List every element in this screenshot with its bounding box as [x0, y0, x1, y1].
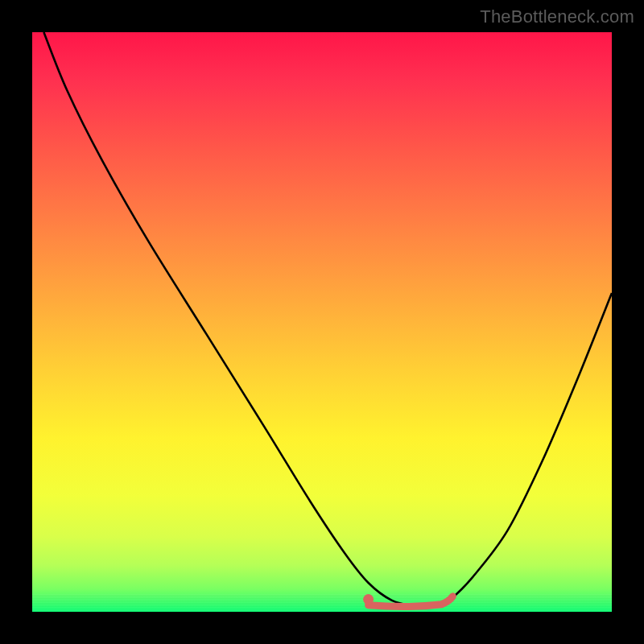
- watermark-text: TheBottleneck.com: [480, 6, 634, 27]
- plot-area: [32, 32, 612, 612]
- optimal-range-highlight: [369, 597, 453, 607]
- curve-svg: [32, 32, 612, 612]
- chart-frame: TheBottleneck.com: [0, 0, 644, 644]
- bottleneck-curve: [43, 32, 612, 607]
- optimal-point-marker: [363, 594, 374, 605]
